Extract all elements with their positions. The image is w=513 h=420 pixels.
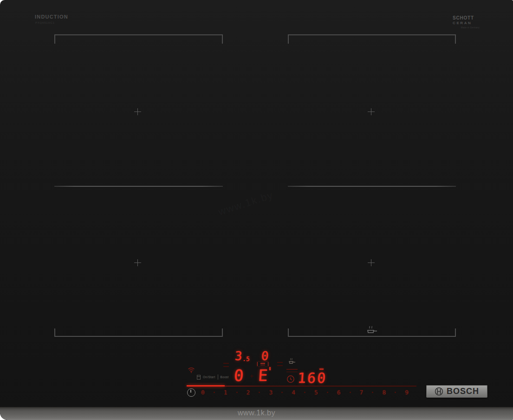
power-level-5[interactable]: 5: [314, 389, 318, 395]
zone-right-divider: [288, 186, 456, 187]
display-front-right: E: [258, 368, 268, 383]
display-front-right-tick: [269, 367, 271, 370]
boost-key[interactable]: Boost: [221, 375, 229, 379]
fry-level-bars: [286, 369, 298, 372]
home-connect-icon: [197, 375, 201, 380]
front-metal-edge: www.1k.by: [0, 407, 513, 420]
power-icon[interactable]: [187, 388, 195, 397]
power-level-2[interactable]: 2: [247, 389, 250, 395]
bottom-watermark: www.1k.by: [0, 409, 513, 417]
zone-rear-right-center-mark: [368, 108, 375, 115]
power-scale-dot: [259, 392, 260, 393]
schott-ceran-logo: SCHOTT CERAN Made in Germany: [453, 15, 480, 29]
power-level-8[interactable]: 8: [382, 389, 386, 395]
zone-right-top-bracket: [288, 34, 456, 45]
power-scale-dot: [327, 392, 328, 393]
fry-temp-unit-mark: [319, 368, 324, 370]
power-level-1[interactable]: 1: [224, 389, 227, 395]
induction-label: INDUCTION: [35, 14, 68, 20]
touch-key-labels: On/Start Boost: [197, 374, 229, 380]
display-front-left: 0: [234, 368, 244, 383]
frying-pan-icon: [288, 357, 297, 364]
center-watermark: www.1k.by: [217, 189, 275, 218]
power-scale-dot: [236, 392, 238, 393]
fry-temperature-display: 160: [297, 371, 327, 385]
move-pot-indicator-icon: [257, 362, 268, 366]
zone-select-bars-left: [223, 363, 229, 367]
power-scale-dot: [304, 392, 305, 393]
label-separator: [218, 374, 218, 380]
power-scale-dot: [395, 392, 396, 393]
zone-front-left-center-mark: [134, 259, 141, 266]
power-scale[interactable]: 0123456789: [201, 389, 409, 396]
zone-left-bottom-bracket: [54, 328, 223, 337]
bosch-logo-plate: BOSCH: [426, 385, 487, 398]
wifi-icon: [188, 367, 195, 373]
power-scale-dot: [350, 392, 351, 393]
schott-line: SCHOTT: [453, 15, 480, 21]
on-start-key[interactable]: On/Start: [203, 375, 215, 379]
power-scale-dot: [372, 392, 373, 393]
display-rear-left-frac: .5: [242, 356, 250, 362]
timer-clock-icon[interactable]: [286, 375, 295, 383]
zone-rear-left-center-mark: [134, 108, 141, 115]
power-scale-dot: [281, 392, 283, 393]
power-level-3[interactable]: 3: [269, 389, 273, 395]
bosch-logo-text: BOSCH: [447, 387, 479, 396]
display-rear-left-int: 3: [234, 350, 242, 362]
power-level-7[interactable]: 7: [360, 389, 364, 395]
power-level-0[interactable]: 0: [201, 389, 205, 395]
zone-select-bars-right: [277, 362, 283, 366]
power-level-6[interactable]: 6: [337, 389, 341, 395]
power-scale-dot: [214, 392, 215, 393]
zone-left-divider: [54, 186, 223, 187]
cooktop-surface: INDUCTION PXQ651HC1 SCHOTT CERAN Made in…: [0, 0, 513, 420]
bosch-anchor-icon: [435, 387, 443, 396]
display-rear-left: 3 .5: [234, 350, 250, 362]
power-slider-track[interactable]: [225, 386, 416, 387]
power-level-9[interactable]: 9: [405, 389, 409, 395]
frying-pan-icon: [365, 322, 379, 335]
model-code: PXQ651HC1: [35, 21, 55, 24]
zone-front-right-center-mark: [368, 259, 375, 266]
zone-left-top-bracket: [54, 34, 223, 45]
power-level-4[interactable]: 4: [292, 389, 295, 395]
power-slider-active-segment[interactable]: [187, 385, 225, 387]
schott-subline: Made in Germany: [453, 26, 480, 29]
dim-plus-mark: [250, 374, 253, 378]
ceran-line: CERAN: [453, 21, 480, 25]
display-rear-right: 0: [261, 350, 269, 362]
